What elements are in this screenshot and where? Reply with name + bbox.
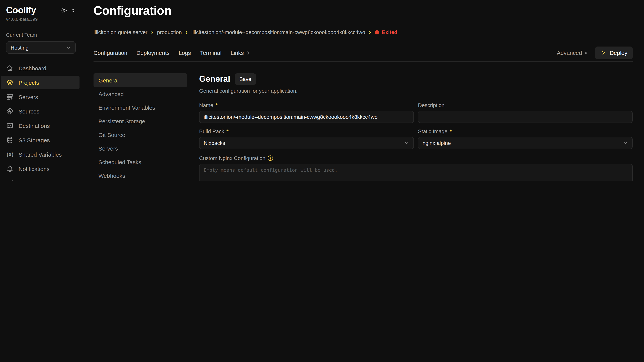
tab-configuration[interactable]: Configuration: [94, 50, 127, 56]
advanced-dropdown[interactable]: Advanced: [557, 50, 588, 56]
bell-icon: [6, 165, 14, 172]
status-badge: Exited: [375, 29, 397, 35]
required-asterisk: *: [216, 102, 218, 108]
server-icon: [6, 93, 14, 101]
tab-logs[interactable]: Logs: [179, 50, 191, 56]
static-image-select[interactable]: nginx:alpine: [418, 137, 633, 149]
subnav-git-source[interactable]: Git Source: [94, 128, 187, 142]
subnav-scheduled-tasks[interactable]: Scheduled Tasks: [94, 155, 187, 169]
status-dot-icon: [375, 30, 379, 34]
build-pack-field: Build Pack* Nixpacks: [199, 128, 414, 149]
team-select[interactable]: Hosting: [6, 41, 76, 54]
chevron-down-icon: [404, 140, 409, 146]
description-field: Description: [418, 102, 633, 123]
selector-icon: [584, 51, 588, 55]
chevron-right-icon: ›: [369, 29, 371, 35]
sidebar-item-servers[interactable]: Servers: [0, 90, 82, 104]
main-content: Configuration illicitonion quote server …: [82, 0, 644, 181]
key-icon: [6, 179, 14, 181]
chevron-right-icon: ›: [151, 29, 153, 35]
name-field: Name*: [199, 102, 414, 123]
selector-icon: [245, 51, 250, 55]
sidebar-item-dashboard[interactable]: Dashboard: [0, 61, 82, 75]
variables-icon: (x): [6, 151, 14, 158]
section-title-general: General: [199, 74, 230, 84]
breadcrumb-project[interactable]: illicitonion quote server: [94, 29, 148, 35]
name-input[interactable]: [199, 111, 414, 123]
subnav-environment-variables[interactable]: Environment Variables: [94, 101, 187, 114]
deploy-button[interactable]: Deploy: [595, 46, 633, 59]
play-icon: [601, 50, 606, 56]
app-logo: Coolify: [6, 5, 36, 15]
sidebar-item-projects[interactable]: Projects: [1, 76, 80, 89]
general-form: General Save General configuration for y…: [199, 73, 633, 181]
section-subtitle: General configuration for your applicati…: [199, 88, 633, 94]
page-title: Configuration: [94, 4, 633, 18]
tab-deployments[interactable]: Deployments: [136, 50, 170, 56]
theme-toggle-sun-icon[interactable]: [61, 7, 68, 13]
chevron-right-icon: ›: [186, 29, 188, 35]
subnav-advanced[interactable]: Advanced: [94, 87, 187, 101]
sidebar-nav: Dashboard Projects Servers Sources Desti…: [0, 61, 82, 181]
layers-icon: [6, 79, 14, 86]
sidebar-item-sources[interactable]: Sources: [0, 104, 82, 118]
custom-nginx-field: Custom Nginx Configuration Generate Defa…: [199, 155, 633, 181]
tab-links[interactable]: Links: [230, 50, 250, 56]
required-asterisk: *: [450, 128, 452, 134]
breadcrumb-environment[interactable]: production: [157, 29, 182, 35]
tab-bar: Configuration Deployments Logs Terminal …: [94, 44, 633, 62]
subnav-persistent-storage[interactable]: Persistent Storage: [94, 114, 187, 128]
subnav-webhooks[interactable]: Webhooks: [94, 169, 187, 181]
custom-nginx-textarea[interactable]: [199, 164, 633, 181]
git-icon: [6, 107, 14, 115]
status-text: Exited: [382, 29, 397, 35]
current-team-label: Current Team: [6, 32, 76, 38]
breadcrumb: illicitonion quote server › production ›…: [94, 29, 633, 35]
sidebar-item-notifications[interactable]: Notifications: [0, 162, 82, 176]
app-window: Coolify v4.0.0-beta.399 Current Team Hos…: [0, 0, 644, 181]
breadcrumb-resource[interactable]: illicitestonion/-module--decomposition:m…: [192, 29, 365, 35]
chevron-down-icon: [66, 45, 71, 50]
build-pack-select[interactable]: Nixpacks: [199, 137, 414, 149]
map-icon: [6, 122, 14, 129]
app-version: v4.0.0-beta.399: [6, 17, 76, 22]
sidebar-item-keys-tokens[interactable]: Keys & Tokens: [0, 176, 82, 181]
info-icon[interactable]: [268, 156, 273, 161]
description-input[interactable]: [418, 111, 633, 123]
sidebar: Coolify v4.0.0-beta.399 Current Team Hos…: [0, 0, 82, 181]
sidebar-item-destinations[interactable]: Destinations: [0, 119, 82, 132]
config-subnav: General Advanced Environment Variables P…: [94, 73, 187, 181]
sidebar-item-s3-storages[interactable]: S3 Storages: [0, 133, 82, 147]
chevron-down-icon: [623, 140, 628, 146]
database-icon: [6, 136, 14, 144]
home-icon: [6, 64, 14, 72]
save-button[interactable]: Save: [235, 73, 256, 85]
sidebar-item-shared-variables[interactable]: (x) Shared Variables: [0, 148, 82, 161]
subnav-servers[interactable]: Servers: [94, 142, 187, 155]
static-image-field: Static Image* nginx:alpine: [418, 128, 633, 149]
required-asterisk: *: [226, 128, 228, 134]
theme-selector-icon[interactable]: [71, 8, 76, 13]
tab-terminal[interactable]: Terminal: [200, 50, 222, 56]
subnav-general[interactable]: General: [94, 73, 187, 87]
